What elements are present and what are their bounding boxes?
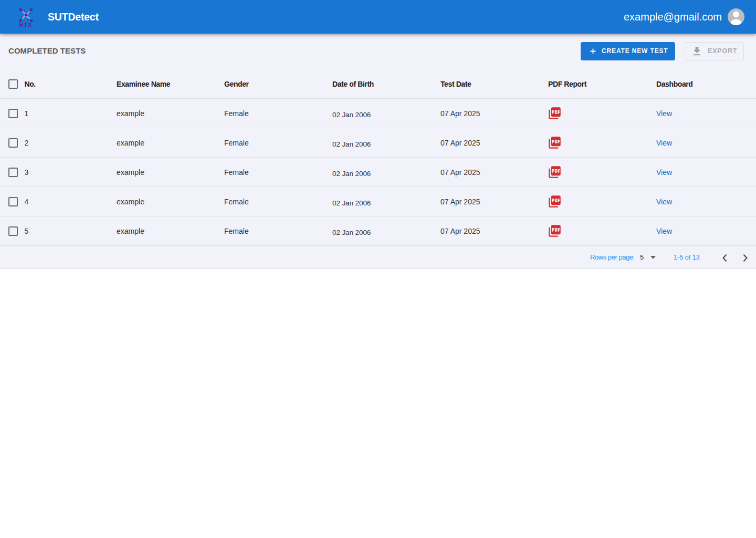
svg-text:HTX: HTX — [19, 22, 33, 27]
